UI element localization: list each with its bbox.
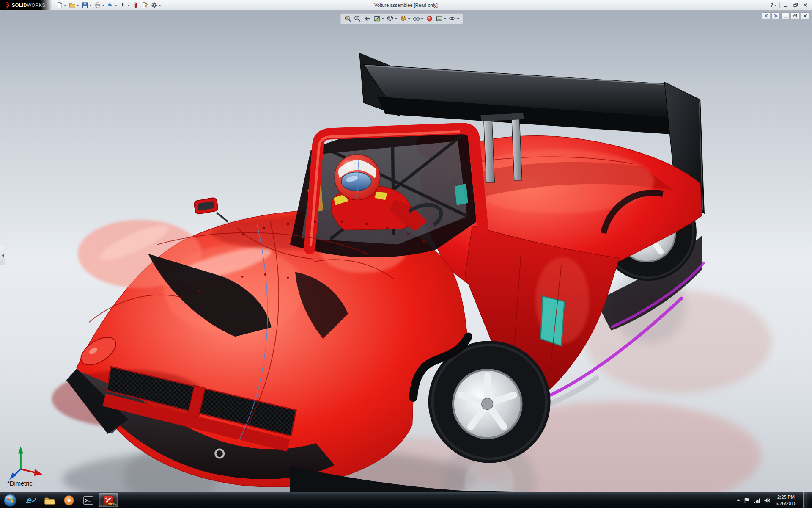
dropdown-caret[interactable]	[64, 5, 66, 6]
options-button[interactable]	[150, 0, 162, 10]
solidworks-version-badge: 2015	[108, 502, 116, 506]
dropdown-caret[interactable]	[77, 5, 79, 6]
dropdown-caret[interactable]	[444, 18, 447, 19]
display-style-button[interactable]	[399, 14, 411, 23]
dropdown-caret[interactable]	[457, 18, 460, 19]
clock-date: 6/26/2015	[776, 500, 796, 506]
standard-toolbar	[55, 0, 162, 10]
reference-triad	[9, 446, 42, 480]
pane-forward-button[interactable]	[771, 12, 780, 19]
hide-show-items-icon	[413, 15, 420, 22]
help-button[interactable]: ?	[770, 2, 777, 8]
file-properties-icon	[142, 2, 148, 8]
media-player-icon	[63, 494, 75, 506]
save-icon	[82, 2, 88, 8]
edit-appearance-icon	[426, 15, 433, 22]
view-orientation-icon	[387, 15, 394, 22]
taskbar-app-command-prompt[interactable]	[79, 493, 98, 507]
new-document-button[interactable]	[55, 0, 67, 10]
select-button[interactable]	[119, 0, 131, 10]
dropdown-caret[interactable]	[159, 5, 161, 6]
heads-up-view-toolbar	[340, 13, 464, 24]
taskbar-app-media-player[interactable]	[60, 493, 78, 507]
graphics-area[interactable]: *Dimetric	[0, 11, 812, 492]
volume-icon[interactable]	[764, 497, 771, 504]
hidden-icons-arrow[interactable]	[737, 499, 740, 501]
edit-appearance-button[interactable]	[425, 14, 434, 23]
minimize-icon	[784, 3, 788, 7]
side-window-teal[interactable]	[540, 296, 564, 346]
feature-pane-collapse-tab[interactable]	[0, 246, 5, 265]
section-view-icon	[373, 15, 381, 22]
options-icon	[151, 2, 158, 8]
taskbar-app-windows-explorer[interactable]	[40, 493, 59, 507]
triad-y-axis	[18, 446, 23, 453]
dropdown-caret[interactable]	[395, 18, 398, 19]
file-properties-button[interactable]	[141, 0, 149, 10]
undo-button[interactable]	[106, 0, 118, 10]
print-button[interactable]	[93, 0, 105, 10]
pane-back-button[interactable]	[762, 12, 770, 19]
action-center-icon[interactable]	[743, 497, 750, 504]
taskbar-clock[interactable]: 2:25 PM 6/26/2015	[774, 494, 798, 506]
dropdown-caret[interactable]	[102, 5, 104, 6]
side-mirror[interactable]	[194, 197, 219, 215]
svg-text:e: e	[27, 495, 32, 505]
doc-minimize-icon	[784, 14, 787, 18]
zoom-to-fit-button[interactable]	[344, 14, 352, 23]
rebuild-button[interactable]	[132, 0, 140, 10]
start-button[interactable]	[0, 492, 20, 508]
show-desktop-button[interactable]	[803, 492, 809, 508]
dropdown-caret[interactable]	[408, 18, 411, 19]
pane-forward-icon	[774, 14, 778, 18]
help-glyph: ?	[770, 2, 773, 8]
title-bar: SOLIDWORKS	[0, 0, 812, 11]
app-logo: SOLIDWORKS	[0, 0, 52, 10]
front-hub-cap	[482, 398, 493, 410]
dropdown-caret[interactable]	[774, 5, 777, 6]
taskbar-app-solidworks[interactable]: 2015	[99, 493, 118, 507]
doc-restore-button[interactable]	[791, 12, 799, 19]
taskbar-spacer	[118, 492, 733, 508]
taskbar-app-internet-explorer[interactable]: e	[21, 493, 39, 507]
apply-scene-button[interactable]	[435, 14, 447, 23]
dropdown-caret[interactable]	[89, 5, 92, 6]
restore-button[interactable]	[792, 2, 799, 8]
mirror-stalk	[217, 213, 228, 222]
network-icon[interactable]	[754, 497, 760, 504]
collapse-arrow-icon	[2, 254, 4, 257]
minimize-button[interactable]	[782, 2, 790, 8]
apply-scene-icon	[436, 15, 443, 22]
dropdown-caret[interactable]	[127, 5, 130, 6]
dropdown-caret[interactable]	[421, 18, 424, 19]
save-button[interactable]	[81, 0, 93, 10]
view-settings-button[interactable]	[448, 14, 460, 23]
windows-explorer-icon	[44, 494, 55, 506]
section-view-button[interactable]	[373, 14, 385, 23]
doc-restore-icon	[793, 14, 797, 18]
divider	[779, 2, 780, 8]
internet-explorer-icon: e	[24, 494, 36, 506]
display-style-icon	[400, 15, 407, 22]
doc-close-button[interactable]	[801, 12, 809, 19]
view-orientation-button[interactable]	[386, 14, 398, 23]
new-document-icon	[56, 2, 63, 8]
dassault-systemes-logo-icon	[3, 2, 10, 9]
solidworks-window: SOLIDWORKS	[0, 0, 812, 508]
triad-x-axis	[34, 469, 43, 476]
3d-viewport-canvas[interactable]: *Dimetric	[0, 11, 812, 492]
print-icon	[94, 2, 101, 8]
cockpit-teal-part	[455, 183, 468, 205]
dropdown-caret[interactable]	[382, 18, 384, 19]
doc-minimize-button[interactable]	[781, 12, 790, 19]
open-button[interactable]	[68, 0, 80, 10]
view-settings-icon	[449, 15, 456, 22]
zoom-to-area-button[interactable]	[354, 14, 362, 23]
open-icon	[69, 2, 76, 8]
dropdown-caret[interactable]	[115, 5, 117, 6]
system-tray: 2:25 PM 6/26/2015	[733, 492, 812, 508]
close-button[interactable]	[801, 2, 809, 8]
zoom-to-fit-icon	[344, 15, 352, 22]
previous-view-button[interactable]	[363, 14, 372, 23]
hide-show-items-button[interactable]	[412, 14, 424, 23]
